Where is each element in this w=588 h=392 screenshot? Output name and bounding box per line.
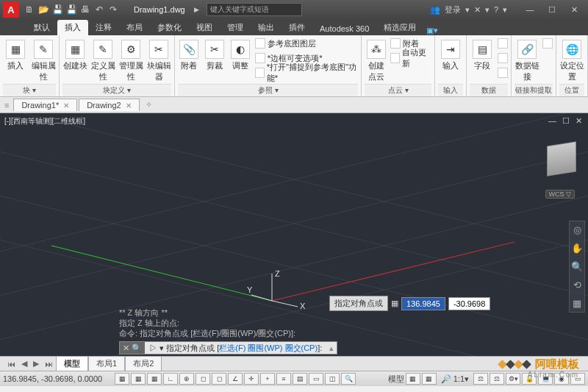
drawing-viewport[interactable]: X Y Z [-][西南等轴测][二维线框] — ☐ ✕ WCS ▽ ◎ ✋ 🔍… xyxy=(0,113,588,356)
nav-orbit-icon[interactable]: ⟲ xyxy=(573,279,581,291)
sb-osnap-icon[interactable]: ◻ xyxy=(196,373,210,385)
filetabs-menu-icon[interactable]: ≡ xyxy=(4,101,9,110)
sb-ortho-icon[interactable]: ∟ xyxy=(163,373,178,385)
tab-prev-icon[interactable]: ◀ xyxy=(18,359,30,368)
btn-block-editor[interactable]: ✂块编辑器 xyxy=(146,37,171,82)
tab-model[interactable]: 模型 xyxy=(56,356,88,371)
tab-manage[interactable]: 管理 xyxy=(220,20,251,35)
tab-apps-icon[interactable]: ▣▾ xyxy=(426,26,438,35)
btn-create-pointcloud[interactable]: ⁂创建点云 xyxy=(365,37,387,82)
sb-dyn-icon[interactable]: + xyxy=(260,373,275,385)
btn-clip[interactable]: ✂剪裁 xyxy=(204,37,226,71)
exchange-icon[interactable]: ✕ xyxy=(474,5,481,15)
tab-a360[interactable]: Autodesk 360 xyxy=(312,22,376,35)
btn-def-attr[interactable]: ✎定义属性 xyxy=(90,37,115,82)
tab-featured[interactable]: 精选应用 xyxy=(376,20,423,35)
vp-minimize-icon[interactable]: — xyxy=(548,116,556,126)
qat-undo-icon[interactable]: ↶ xyxy=(93,4,105,15)
cmdline-handle[interactable]: ✕ 🔍 xyxy=(120,342,145,354)
sb-snap-icon[interactable]: ▦ xyxy=(131,373,146,385)
tab-view[interactable]: 视图 xyxy=(189,20,220,35)
help-caret-icon[interactable]: ▾ xyxy=(503,5,507,15)
tab-layout2[interactable]: 布局2 xyxy=(125,356,162,371)
vp-maximize-icon[interactable]: ☐ xyxy=(562,116,570,126)
nav-pan-icon[interactable]: ✋ xyxy=(571,243,583,254)
tab-plugins[interactable]: 插件 xyxy=(282,20,312,35)
qat-redo-icon[interactable]: ↷ xyxy=(107,4,119,15)
sb-qv-drawings-icon[interactable]: ▦ xyxy=(422,373,437,385)
sb-tpy-icon[interactable]: ▤ xyxy=(293,373,307,385)
filetab-drawing1[interactable]: Drawing1*✕ xyxy=(13,99,77,111)
close-button[interactable]: ✕ xyxy=(563,2,585,17)
signin-dropdown-icon[interactable]: ▾ xyxy=(465,5,470,15)
tab-last-icon[interactable]: ⏭ xyxy=(42,360,56,368)
tab-next-icon[interactable]: ▶ xyxy=(30,359,42,368)
panel-title-ref[interactable]: 参照 ▾ xyxy=(178,84,358,96)
wcs-indicator[interactable]: WCS ▽ xyxy=(545,190,576,199)
sb-ducs-icon[interactable]: ✛ xyxy=(244,373,259,385)
btn-adjust[interactable]: ◐调整 xyxy=(229,37,252,71)
sb-lwt-icon[interactable]: ≡ xyxy=(276,373,291,385)
help-icon[interactable]: ? xyxy=(494,5,498,14)
qat-new-icon[interactable]: 🗎 xyxy=(24,4,35,15)
close-icon[interactable]: ✕ xyxy=(63,101,69,110)
tab-output[interactable]: 输出 xyxy=(251,20,282,35)
coordinates-readout[interactable]: 136.9845, -30.9698, 0.0000 xyxy=(3,374,113,383)
sb-sc-icon[interactable]: ◫ xyxy=(325,373,340,385)
nav-wheel-icon[interactable]: ◎ xyxy=(573,224,581,235)
sb-qp-icon[interactable]: ▭ xyxy=(309,373,323,385)
maximize-button[interactable]: ☐ xyxy=(541,2,563,17)
sb-annoscale[interactable]: 🔎 1:1▾ xyxy=(438,374,472,384)
btn-edit-attr[interactable]: ✎编辑属性 xyxy=(31,37,56,82)
panel-title-pc[interactable]: 点云 ▾ xyxy=(365,84,431,96)
qat-print-icon[interactable]: 🖶 xyxy=(79,4,91,15)
sb-am-icon[interactable]: 🔍 xyxy=(341,373,356,385)
sb-otrack-icon[interactable]: ∠ xyxy=(228,373,243,385)
tab-insert[interactable]: 插入 xyxy=(57,20,88,35)
sb-3dosnap-icon[interactable]: ◻ xyxy=(212,373,226,385)
dyn-input-y[interactable]: -30.9698 xyxy=(448,297,490,310)
sb-annoauto-icon[interactable]: ⚖ xyxy=(490,373,504,385)
row-underlay-layers[interactable]: 参考底图图层 xyxy=(255,37,359,50)
tab-annotate[interactable]: 注释 xyxy=(88,20,119,35)
viewport-label[interactable]: [-][西南等轴测][二维线框] xyxy=(4,116,85,126)
row-snap-underlay[interactable]: *打开"捕捉到参考底图"功能* xyxy=(255,66,359,79)
cmdline-expand-icon[interactable]: ▴ xyxy=(326,343,337,353)
help-search-input[interactable]: 键入关键字或短语 xyxy=(207,3,302,16)
sb-modelspace[interactable]: 模型 xyxy=(388,374,404,385)
tab-layout1[interactable]: 布局1 xyxy=(88,356,125,371)
vp-close-icon[interactable]: ✕ xyxy=(576,116,582,126)
help-dropdown-icon[interactable]: ▾ xyxy=(485,5,490,15)
tab-first-icon[interactable]: ⏮ xyxy=(4,360,18,368)
row-pc-autoupdate[interactable]: 自动更新 xyxy=(390,51,431,65)
qat-save-icon[interactable]: 💾 xyxy=(51,4,63,15)
tab-default[interactable]: 默认 xyxy=(26,20,57,35)
sb-ws-icon[interactable]: ⚙▾ xyxy=(506,373,520,385)
btn-import[interactable]: ⇥输入 xyxy=(438,37,463,71)
qat-open-icon[interactable]: 📂 xyxy=(37,4,49,15)
sb-annovis-icon[interactable]: ⚖ xyxy=(473,373,488,385)
nav-showmotion-icon[interactable]: ▦ xyxy=(573,298,581,309)
signin-icon[interactable]: 👥 xyxy=(430,5,440,15)
qat-saveas-icon[interactable]: 💾 xyxy=(65,4,77,15)
tab-parametric[interactable]: 参数化 xyxy=(150,20,189,35)
sb-grid-icon[interactable]: ▦ xyxy=(147,373,162,385)
close-icon[interactable]: ✕ xyxy=(126,101,132,110)
btn-set-location[interactable]: 🌐设定位置 xyxy=(559,37,584,82)
btn-datalink[interactable]: 🔗数据链接 xyxy=(514,37,539,82)
sb-infer-icon[interactable]: ▦ xyxy=(115,373,129,385)
panel-title-blockdef[interactable]: 块定义 ▾ xyxy=(62,84,171,96)
btn-create-block[interactable]: ▦创建块 xyxy=(62,37,87,71)
viewcube[interactable] xyxy=(547,141,576,177)
signin-button[interactable]: 登录 xyxy=(445,4,461,15)
title-dropdown-icon[interactable]: ▶ xyxy=(194,6,199,13)
btn-field[interactable]: ▤字段 xyxy=(470,37,495,71)
dyn-input-x[interactable]: 136.9845 xyxy=(401,297,445,310)
btn-manage-attr[interactable]: ⚙管理属性 xyxy=(118,37,143,82)
panel-title-block[interactable]: 块 ▾ xyxy=(3,84,56,96)
sb-polar-icon[interactable]: ⊕ xyxy=(179,373,194,385)
app-logo[interactable]: A xyxy=(3,1,19,18)
command-line[interactable]: ✕ 🔍 ▷ ▾ 指定对角点或 [栏选(F) 圈围(WP) 圈交(CP)]: ▴ xyxy=(119,341,337,354)
dyn-input-options-icon[interactable]: ▦ xyxy=(391,299,398,308)
btn-insert-block[interactable]: ▦插入 xyxy=(3,37,28,71)
